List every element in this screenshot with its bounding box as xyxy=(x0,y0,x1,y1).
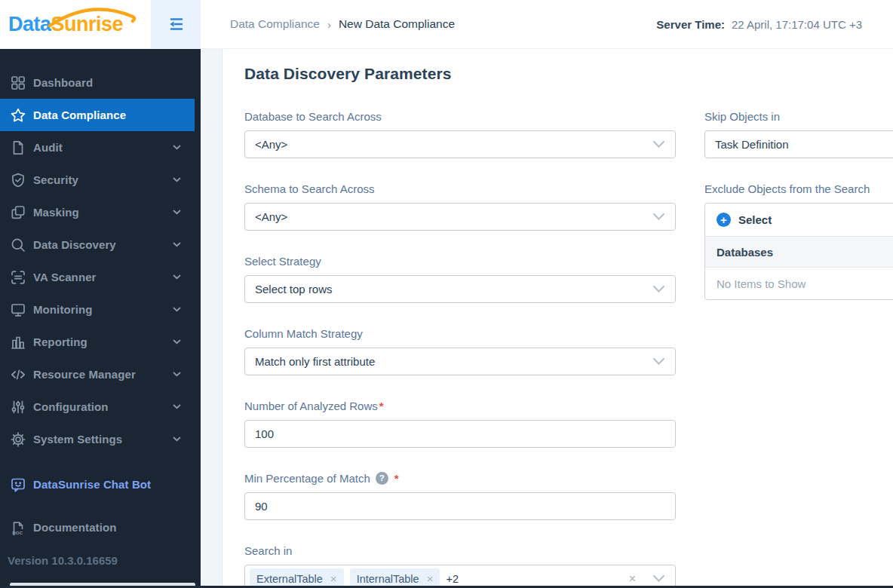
main-sidebar: Dashboard Data Compliance Audit Security xyxy=(0,49,201,588)
sidebar-item-label: Dashboard xyxy=(33,76,93,89)
copy-icon xyxy=(10,204,26,221)
schema-select[interactable]: <Any> xyxy=(244,203,676,231)
field-label: Schema to Search Across xyxy=(244,182,676,196)
sidebar-item-label: Data Discovery xyxy=(33,238,116,251)
scan-frame-icon xyxy=(10,269,26,286)
clear-all-icon[interactable]: × xyxy=(629,572,636,586)
sidebar-item-system-settings[interactable]: System Settings xyxy=(0,423,201,455)
page-title: Data Discovery Parameters xyxy=(244,65,893,83)
field-label: Number of Analyzed Rows* xyxy=(244,399,676,413)
sidebar-item-monitoring[interactable]: Monitoring xyxy=(0,293,201,326)
chat-bot-icon xyxy=(10,476,26,493)
sidebar-item-chat-bot[interactable]: DataSunrise Chat Bot xyxy=(0,468,201,501)
sidebar-item-label: DataSunrise Chat Bot xyxy=(33,478,151,491)
doc-file-icon: DOC xyxy=(10,519,26,536)
svg-text:DOC: DOC xyxy=(12,529,23,534)
sidebar-item-label: Configuration xyxy=(33,400,109,413)
sidebar-item-label: Documentation xyxy=(33,521,116,534)
selected-value: Select top rows xyxy=(255,283,333,296)
sidebar-item-reporting[interactable]: Reporting xyxy=(0,326,201,358)
monitor-icon xyxy=(10,302,26,318)
content-left-gutter xyxy=(201,49,222,588)
star-icon xyxy=(10,107,26,124)
chevron-down-icon xyxy=(173,274,181,280)
chevron-down-icon xyxy=(652,140,665,149)
chevron-down-icon xyxy=(173,436,181,442)
top-header: DataSunrise Data Compliance › New Data C… xyxy=(0,0,893,49)
server-time-label: Server Time: xyxy=(656,18,725,31)
chevron-down-icon xyxy=(652,213,665,221)
breadcrumb: Data Compliance › New Data Compliance xyxy=(230,17,455,31)
remove-tag-icon[interactable]: × xyxy=(330,572,337,585)
breadcrumb-separator: › xyxy=(327,18,331,31)
sidebar-separator xyxy=(0,455,201,468)
sidebar-item-label: System Settings xyxy=(33,433,122,446)
chevron-down-icon xyxy=(652,357,665,366)
remove-tag-icon[interactable]: × xyxy=(427,572,434,585)
collapse-menu-icon xyxy=(165,14,186,35)
select-objects-button[interactable]: + Select xyxy=(705,204,893,236)
chevron-down-icon xyxy=(173,372,181,377)
analyzed-rows-input[interactable] xyxy=(244,420,676,448)
sidebar-item-masking[interactable]: Masking xyxy=(0,196,201,228)
empty-list-message: No Items to Show xyxy=(705,268,893,299)
sidebar-item-label: Data Compliance xyxy=(33,109,126,121)
sidebar-item-configuration[interactable]: Configuration xyxy=(0,390,201,423)
datasunrise-logo[interactable]: DataSunrise xyxy=(0,13,123,36)
chevron-down-icon xyxy=(173,404,181,409)
sidebar-item-dashboard[interactable]: Dashboard xyxy=(0,66,201,99)
chevron-down-icon xyxy=(173,210,181,215)
sidebar-item-label: Resource Manager xyxy=(33,368,136,381)
chevron-down-icon xyxy=(173,339,181,345)
logo-text-sunrise: Sunrise xyxy=(51,13,124,36)
breadcrumb-parent-link[interactable]: Data Compliance xyxy=(230,17,320,31)
field-label: Min Percentage of Match ? * xyxy=(244,471,676,485)
logo-text-data: Data xyxy=(8,13,51,36)
chevron-down-icon xyxy=(173,145,181,150)
document-icon xyxy=(10,139,26,156)
chevron-down-icon xyxy=(652,285,665,293)
parameters-form-column: Database to Search Across <Any> Schema t… xyxy=(244,109,676,588)
select-strategy-select[interactable]: Select top rows xyxy=(244,275,676,303)
server-time: Server Time: 22 April, 17:17:04 UTC +3 xyxy=(656,18,862,31)
code-icon xyxy=(10,366,26,383)
min-percentage-input[interactable] xyxy=(244,492,676,520)
sidebar-item-va-scanner[interactable]: VA Scanner xyxy=(0,261,201,293)
shield-check-icon xyxy=(10,172,26,188)
server-time-value: 22 April, 17:17:04 UTC +3 xyxy=(732,18,862,31)
selected-value: Match only first attribute xyxy=(255,355,375,368)
question-icon[interactable]: ? xyxy=(376,472,388,485)
version-label: Version 10.3.0.16659 xyxy=(8,554,201,567)
field-label: Skip Objects in xyxy=(704,109,893,124)
chevron-down-icon xyxy=(173,242,181,247)
search-in-multiselect[interactable]: ExternalTable × InternalTable × +2 × xyxy=(244,565,676,588)
sidebar-item-label: Reporting xyxy=(33,335,87,348)
field-label: Search in xyxy=(244,544,676,558)
databases-group-header: Databases xyxy=(705,236,893,268)
required-asterisk: * xyxy=(379,399,384,413)
sidebar-item-label: Monitoring xyxy=(33,303,92,316)
sidebar-item-audit[interactable]: Audit xyxy=(0,131,201,164)
main-content: Data Discovery Parameters Database to Se… xyxy=(223,49,893,588)
selected-value: <Any> xyxy=(255,138,287,151)
sidebar-item-data-compliance[interactable]: Data Compliance xyxy=(0,99,195,131)
sidebar-collapse-button[interactable] xyxy=(151,0,201,49)
breadcrumb-current: New Data Compliance xyxy=(339,17,455,31)
sidebar-item-documentation[interactable]: DOC Documentation xyxy=(0,511,201,544)
exclude-objects-panel: + Select Databases No Items to Show xyxy=(704,203,893,300)
skip-objects-select[interactable]: Task Definition xyxy=(704,130,893,158)
field-label: Database to Search Across xyxy=(244,109,676,124)
sidebar-item-data-discovery[interactable]: Data Discovery xyxy=(0,228,201,261)
field-label: Exclude Objects from the Search xyxy=(704,182,893,196)
selected-value: <Any> xyxy=(255,210,287,223)
sidebar-item-label: Masking xyxy=(33,206,79,219)
select-button-label: Select xyxy=(738,213,772,226)
column-match-strategy-select[interactable]: Match only first attribute xyxy=(244,348,676,375)
field-label: Column Match Strategy xyxy=(244,326,676,341)
sidebar-item-security[interactable]: Security xyxy=(0,164,201,196)
gear-icon xyxy=(10,431,26,448)
database-select[interactable]: <Any> xyxy=(244,130,676,158)
dashboard-grid-icon xyxy=(10,75,26,91)
sidebar-item-resource-manager[interactable]: Resource Manager xyxy=(0,358,201,390)
required-asterisk: * xyxy=(394,471,399,485)
